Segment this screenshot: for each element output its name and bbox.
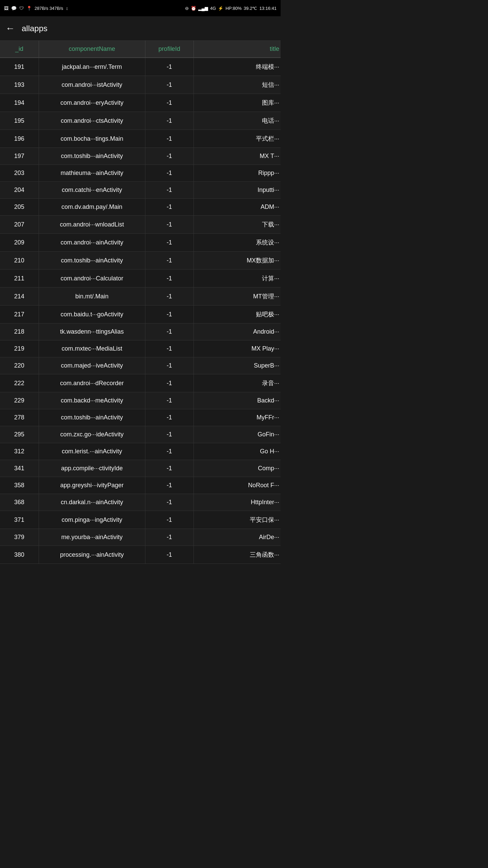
cell-component: com.pinga···ingActivity bbox=[39, 511, 145, 529]
cell-profile-id: -1 bbox=[145, 494, 194, 511]
cell-id: 220 bbox=[0, 357, 39, 374]
table-row: 196com.bocha···tings.Main-1平式栏··· bbox=[0, 130, 281, 148]
cell-profile-id: -1 bbox=[145, 112, 194, 130]
cell-title: 系统设··· bbox=[194, 234, 281, 252]
cell-profile-id: -1 bbox=[145, 357, 194, 374]
cell-profile-id: -1 bbox=[145, 374, 194, 392]
cell-component: com.dv.adm.pay/.Main bbox=[39, 199, 145, 216]
cell-id: 229 bbox=[0, 392, 39, 409]
cell-profile-id: -1 bbox=[145, 58, 194, 76]
cell-profile-id: -1 bbox=[145, 199, 194, 216]
cell-id: 219 bbox=[0, 340, 39, 357]
cell-profile-id: -1 bbox=[145, 216, 194, 234]
cell-component: processing.···ainActivity bbox=[39, 546, 145, 564]
photo-icon: 🖼 bbox=[4, 6, 8, 11]
cell-profile-id: -1 bbox=[145, 426, 194, 443]
cell-title: 计算··· bbox=[194, 270, 281, 288]
cell-component: com.lerist.···ainActivity bbox=[39, 443, 145, 460]
cell-component: mathieuma···ainActivity bbox=[39, 165, 145, 182]
cell-title: Comp··· bbox=[194, 460, 281, 477]
table-row: 222com.androi···dRecorder-1录音··· bbox=[0, 374, 281, 392]
cell-component: com.catchi···enActivity bbox=[39, 182, 145, 199]
cell-title: MX数据加··· bbox=[194, 252, 281, 270]
cell-component: com.backd···meActivity bbox=[39, 392, 145, 409]
cell-title: 短信··· bbox=[194, 76, 281, 94]
cell-title: GoFin··· bbox=[194, 426, 281, 443]
cell-profile-id: -1 bbox=[145, 288, 194, 305]
cell-title: ADM··· bbox=[194, 199, 281, 216]
cell-id: 218 bbox=[0, 323, 39, 340]
table-row: 219com.mxtec···MediaList-1MX Play··· bbox=[0, 340, 281, 357]
shield-icon: 🛡 bbox=[19, 6, 24, 11]
back-button[interactable]: ← bbox=[5, 23, 15, 34]
cell-profile-id: -1 bbox=[145, 270, 194, 288]
cell-title: HttpInter··· bbox=[194, 494, 281, 511]
cell-id: 205 bbox=[0, 199, 39, 216]
cell-id: 358 bbox=[0, 477, 39, 494]
cell-profile-id: -1 bbox=[145, 148, 194, 165]
cell-id: 214 bbox=[0, 288, 39, 305]
table-row: 204com.catchi···enActivity-1Inputti··· bbox=[0, 182, 281, 199]
cell-component: com.mxtec···MediaList bbox=[39, 340, 145, 357]
cell-id: 295 bbox=[0, 426, 39, 443]
network-transfer-icon: ↕ bbox=[66, 6, 68, 11]
cell-component: app.greyshi···ivityPager bbox=[39, 477, 145, 494]
cell-profile-id: -1 bbox=[145, 443, 194, 460]
cell-title: 终端模··· bbox=[194, 58, 281, 76]
cell-profile-id: -1 bbox=[145, 477, 194, 494]
cell-component: com.androi···Calculator bbox=[39, 270, 145, 288]
status-right-icons: ⊖ ⏰ ▂▄▆ 4G ⚡ HP:80% 39.2℃ 13:16:41 bbox=[185, 6, 277, 11]
table-row: 209com.androi···ainActivity-1系统设··· bbox=[0, 234, 281, 252]
cell-component: com.zxc.go···ideActivity bbox=[39, 426, 145, 443]
table-row: 217com.baidu.t···goActivity-1贴吧极··· bbox=[0, 305, 281, 323]
cell-profile-id: -1 bbox=[145, 305, 194, 323]
cell-title: NoRoot F··· bbox=[194, 477, 281, 494]
allapps-table: _id componentName profileId title 191jac… bbox=[0, 41, 281, 564]
table-row: 211com.androi···Calculator-1计算··· bbox=[0, 270, 281, 288]
cell-component: jackpal.an···erm/.Term bbox=[39, 58, 145, 76]
cell-title: 图库··· bbox=[194, 94, 281, 112]
cell-title: MT管理··· bbox=[194, 288, 281, 305]
cell-id: 209 bbox=[0, 234, 39, 252]
network-type-label: 4G bbox=[210, 6, 216, 11]
column-header-title: title bbox=[194, 41, 281, 58]
column-header-component: componentName bbox=[39, 41, 145, 58]
cell-title: 贴吧极··· bbox=[194, 305, 281, 323]
cell-component: com.toshib···ainActivity bbox=[39, 148, 145, 165]
cell-id: 222 bbox=[0, 374, 39, 392]
cell-title: Backd··· bbox=[194, 392, 281, 409]
cell-id: 217 bbox=[0, 305, 39, 323]
cell-profile-id: -1 bbox=[145, 460, 194, 477]
cell-id: 207 bbox=[0, 216, 39, 234]
cell-title: 下载··· bbox=[194, 216, 281, 234]
signal-bars-icon: ▂▄▆ bbox=[198, 6, 208, 11]
cell-title: Inputti··· bbox=[194, 182, 281, 199]
cell-title: Rippp··· bbox=[194, 165, 281, 182]
table-row: 380processing.···ainActivity-1三角函数··· bbox=[0, 546, 281, 564]
table-row: 210com.toshib···ainActivity-1MX数据加··· bbox=[0, 252, 281, 270]
battery-icon: ⚡ bbox=[218, 6, 223, 11]
status-left-icons: 🖼 💬 🛡 📍 287B/s 347B/s ↕ bbox=[4, 6, 68, 11]
cell-id: 203 bbox=[0, 165, 39, 182]
cell-id: 197 bbox=[0, 148, 39, 165]
cell-id: 195 bbox=[0, 112, 39, 130]
cell-title: SuperB··· bbox=[194, 357, 281, 374]
chat-icon: 💬 bbox=[11, 6, 17, 11]
table-row: 295com.zxc.go···ideActivity-1GoFin··· bbox=[0, 426, 281, 443]
cell-title: 电话··· bbox=[194, 112, 281, 130]
table-row: 195com.androi···ctsActivity-1电话··· bbox=[0, 112, 281, 130]
cell-component: com.androi···dRecorder bbox=[39, 374, 145, 392]
page-title: allapps bbox=[22, 24, 47, 33]
table-row: 341app.compile···ctivityIde-1Comp··· bbox=[0, 460, 281, 477]
cell-title: 录音··· bbox=[194, 374, 281, 392]
table-row: 193com.androi···istActivity-1短信··· bbox=[0, 76, 281, 94]
cell-id: 210 bbox=[0, 252, 39, 270]
speed-text: 287B/s 347B/s bbox=[35, 6, 63, 11]
cell-component: app.compile···ctivityIde bbox=[39, 460, 145, 477]
table-row: 197com.toshib···ainActivity-1MX T··· bbox=[0, 148, 281, 165]
cell-title: MyFFr··· bbox=[194, 409, 281, 426]
cell-component: com.androi···ainActivity bbox=[39, 234, 145, 252]
cell-component: com.toshib···ainActivity bbox=[39, 252, 145, 270]
cell-title: MX Play··· bbox=[194, 340, 281, 357]
cell-title: 平安口保··· bbox=[194, 511, 281, 529]
